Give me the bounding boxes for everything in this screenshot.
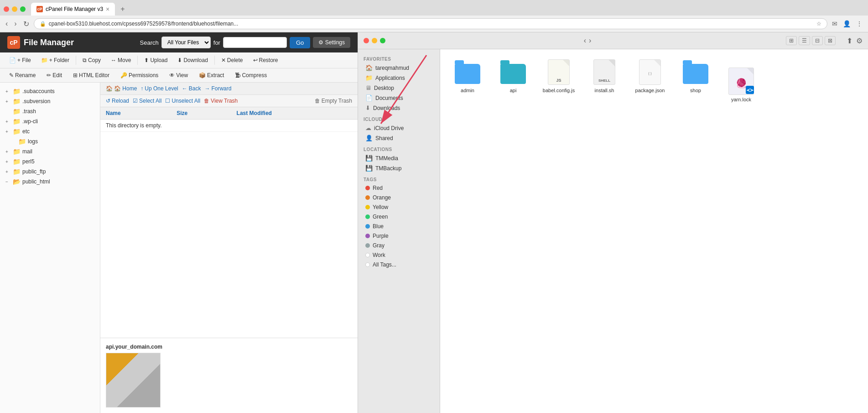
column-view-button[interactable]: ⊟: [812, 36, 823, 45]
sidebar-item-public-html[interactable]: − 📂 public_html: [0, 177, 100, 187]
empty-trash-label[interactable]: 🗑 Empty Trash: [315, 98, 352, 104]
reload-page-button[interactable]: ↻: [21, 19, 31, 29]
address-bar[interactable]: 🔒 cpanel-box5310.bluehost.com/cpsess6975…: [34, 18, 827, 29]
extract-button[interactable]: 📦 Extract: [195, 70, 228, 80]
finder-back-button[interactable]: ‹: [584, 37, 586, 45]
upload-button[interactable]: ⬆ Upload: [140, 55, 171, 65]
finder-traffic-lights: [364, 38, 385, 43]
delete-button[interactable]: ✕ Delete: [218, 55, 247, 65]
sidebar-item-desktop[interactable]: 🖥 Desktop: [360, 83, 438, 93]
tab-close-button[interactable]: ×: [106, 5, 109, 13]
profile-button[interactable]: 👤: [841, 19, 852, 28]
select-all-button[interactable]: ☑ Select All: [133, 98, 161, 104]
restore-button[interactable]: ↩ Restore: [249, 55, 282, 65]
view-trash-button[interactable]: 🗑 View Trash: [204, 98, 238, 104]
search-input[interactable]: [223, 37, 287, 48]
checkbox-icon: ☑: [133, 98, 138, 104]
finder-close[interactable]: [364, 38, 369, 43]
edit-button[interactable]: ✏ Edit: [43, 70, 66, 80]
file-item-shop[interactable]: shop: [677, 58, 714, 93]
download-button[interactable]: ⬇ Download: [174, 55, 211, 65]
reload-button[interactable]: ↺ Reload: [106, 98, 129, 104]
sidebar-item-documents[interactable]: 📄 Documents: [360, 93, 438, 103]
file-item-babel-config[interactable]: JS babel.config.js: [541, 58, 577, 93]
close-button[interactable]: [4, 6, 9, 12]
back-nav-button[interactable]: ← Back: [182, 85, 201, 92]
finder-minimize[interactable]: [372, 38, 377, 43]
new-tab-button[interactable]: +: [117, 3, 128, 15]
back-button[interactable]: ‹: [4, 19, 10, 29]
search-scope-select[interactable]: All Your Files: [161, 37, 211, 48]
forward-button[interactable]: ›: [12, 19, 18, 29]
sidebar-item-logs[interactable]: 📁 logs: [0, 136, 100, 146]
file-item-yarn-lock[interactable]: 🧶 ≺≻ yarn.lock: [723, 68, 759, 102]
new-file-button[interactable]: 📄 + File: [5, 55, 35, 65]
sidebar-item-public-ftp[interactable]: + 📁 public_ftp: [0, 167, 100, 177]
move-button[interactable]: ↔ Move: [107, 55, 135, 65]
bookmark-icon[interactable]: ☆: [816, 21, 821, 27]
sidebar-item-subaccounts[interactable]: + 📁 .subaccounts: [0, 86, 100, 96]
home-nav-button[interactable]: 🏠 🏠 Home: [106, 85, 137, 92]
sidebar-item-etc[interactable]: + 📁 etc: [0, 126, 100, 136]
sidebar-item-tag-work[interactable]: Work: [360, 251, 438, 260]
file-item-api[interactable]: api: [495, 58, 531, 93]
sidebar-item-tag-purple[interactable]: Purple: [360, 231, 438, 240]
list-view-button[interactable]: ☰: [799, 36, 810, 45]
last-modified-column-header[interactable]: Last Modified: [231, 107, 358, 120]
sidebar-item-icloud-drive[interactable]: ☁ iCloud Drive: [360, 123, 438, 133]
sidebar-item-tag-gray[interactable]: Gray: [360, 241, 438, 250]
html-editor-button[interactable]: ⊞ HTML Editor: [69, 70, 113, 80]
unselect-all-button[interactable]: ☐ Unselect All: [165, 98, 200, 104]
copy-button[interactable]: ⧉ Copy: [79, 55, 104, 65]
sidebar-item-tmmedia[interactable]: 💾 TMMedia: [360, 153, 438, 163]
name-column-header[interactable]: Name: [100, 107, 171, 120]
new-folder-button[interactable]: 📁 + Folder: [37, 55, 73, 65]
sidebar-item-tag-yellow[interactable]: Yellow: [360, 203, 438, 212]
sidebar-item-tag-orange[interactable]: Orange: [360, 193, 438, 202]
minimize-button[interactable]: [12, 6, 17, 12]
sidebar-item-subversion[interactable]: + 📁 .subversion: [0, 96, 100, 106]
finder-maximize[interactable]: [380, 38, 385, 43]
traffic-lights: [4, 6, 26, 12]
toolbar-separator-3: [214, 56, 215, 65]
file-item-install-sh[interactable]: SHELL install.sh: [586, 58, 623, 93]
search-go-button[interactable]: Go: [290, 37, 310, 48]
sidebar-item-perl5[interactable]: + 📁 perl5: [0, 157, 100, 167]
action-button[interactable]: ⚙: [856, 37, 863, 45]
settings-button[interactable]: ⚙ Settings: [313, 37, 350, 48]
sidebar-item-applications[interactable]: 📁 Applications: [360, 73, 438, 83]
menu-button[interactable]: ⋮: [854, 19, 864, 28]
sidebar-item-mail[interactable]: + 📁 mail: [0, 146, 100, 157]
desktop-icon: 🖥: [365, 84, 371, 91]
permissions-button[interactable]: 🔑 Permissions: [117, 70, 162, 80]
sidebar-item-downloads[interactable]: ⬇ Downloads: [360, 103, 438, 113]
sidebar-label-downloads: Downloads: [373, 105, 400, 111]
tab-favicon: cP: [36, 6, 43, 12]
rename-button[interactable]: ✎ Rename: [5, 70, 39, 80]
forward-nav-button[interactable]: → Forward: [204, 85, 231, 92]
view-button[interactable]: 👁 View: [166, 70, 192, 80]
sidebar-item-tag-red[interactable]: Red: [360, 183, 438, 193]
sidebar-item-wpcli[interactable]: + 📁 .wp-cli: [0, 116, 100, 126]
size-column-header[interactable]: Size: [171, 107, 231, 120]
finder-forward-button[interactable]: ›: [589, 37, 591, 45]
extensions-button[interactable]: ✉: [830, 19, 839, 28]
icon-view-button[interactable]: ⊞: [786, 36, 797, 45]
sidebar-item-all-tags[interactable]: All Tags...: [360, 260, 438, 269]
sidebar-item-shared[interactable]: 👤 Shared: [360, 133, 438, 143]
active-tab[interactable]: cP cPanel File Manager v3 ×: [31, 3, 115, 16]
sidebar-item-tareqmahmud[interactable]: 🏠 tareqmahmud: [360, 63, 438, 73]
maximize-button[interactable]: [20, 6, 26, 12]
up-one-level-button[interactable]: ↑ Up One Level: [140, 85, 178, 92]
sidebar-item-tmbackup[interactable]: 💾 TMBackup: [360, 163, 438, 173]
gallery-view-button[interactable]: ⊠: [825, 36, 836, 45]
share-button[interactable]: ⬆: [847, 37, 852, 45]
folder-icon: 📁: [13, 88, 21, 95]
sidebar-item-tag-blue[interactable]: Blue: [360, 222, 438, 231]
compress-button[interactable]: 🗜 Compress: [231, 70, 270, 80]
sidebar-item-tag-green[interactable]: Green: [360, 212, 438, 221]
sidebar-item-trash[interactable]: 📁 .trash: [0, 106, 100, 116]
file-item-package-json[interactable]: { } package.json: [632, 58, 668, 93]
install-sh-label: install.sh: [595, 88, 614, 93]
file-item-admin[interactable]: admin: [449, 58, 486, 93]
